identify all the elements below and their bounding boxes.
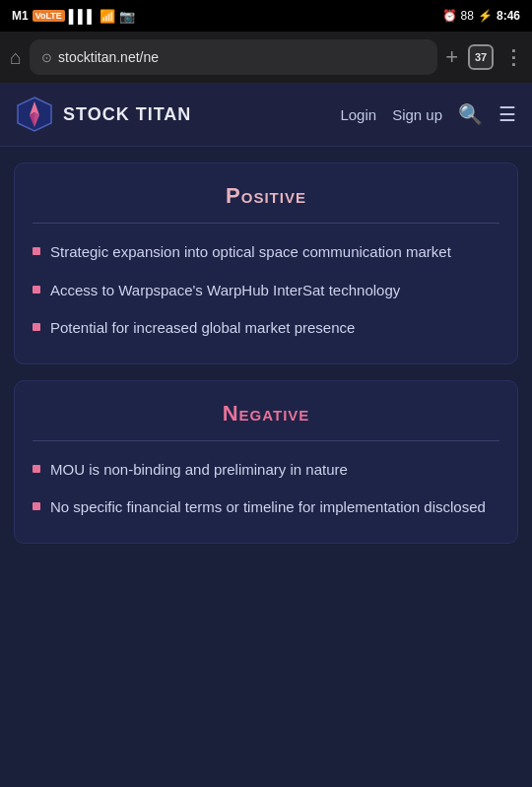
bullet-marker (33, 286, 40, 294)
negative-section: Negative MOU is non-binding and prelimin… (14, 380, 518, 544)
positive-divider (33, 223, 499, 224)
charging-icon: ⚡ (478, 9, 493, 23)
list-item: Potential for increased global market pr… (33, 317, 499, 340)
bullet-text: MOU is non-binding and preliminary in na… (50, 459, 499, 482)
tabs-count-button[interactable]: 37 (468, 44, 494, 70)
more-options-button[interactable]: ⋮ (503, 45, 522, 69)
site-icon: ⊙ (41, 50, 52, 65)
positive-title: Positive (33, 183, 499, 209)
search-icon[interactable]: 🔍 (458, 102, 483, 126)
main-content: Positive Strategic expansion into optica… (0, 163, 532, 544)
bullet-marker (33, 502, 40, 510)
browser-actions: + 37 ⋮ (445, 44, 522, 70)
bullet-text: Strategic expansion into optical space c… (50, 241, 499, 264)
list-item: MOU is non-binding and preliminary in na… (33, 459, 499, 482)
bullet-marker (33, 247, 40, 255)
signup-link[interactable]: Sign up (392, 106, 442, 123)
positive-section: Positive Strategic expansion into optica… (14, 163, 518, 364)
positive-bullet-list: Strategic expansion into optical space c… (33, 241, 499, 340)
site-navigation: STOCK TITAN Login Sign up 🔍 ☰ (0, 83, 532, 147)
url-bar[interactable]: ⊙ stocktitan.net/ne (30, 39, 437, 75)
negative-divider (33, 440, 499, 441)
negative-title: Negative (33, 401, 499, 426)
bullet-marker (33, 465, 40, 473)
instagram-icon: 📷 (119, 9, 135, 24)
logo-text: STOCK TITAN (63, 104, 191, 125)
status-bar: M1 VoLTE ▌▌▌ 📶 📷 ⏰ 88 ⚡ 8:46 (0, 0, 532, 32)
carrier-info: M1 VoLTE ▌▌▌ 📶 📷 (12, 9, 135, 24)
login-link[interactable]: Login (340, 106, 376, 123)
volte-badge: VoLTE (33, 10, 65, 22)
bullet-text: Access to Warpspace's WarpHub InterSat t… (50, 280, 499, 302)
battery-level: 88 (461, 9, 474, 23)
carrier-name: M1 (12, 9, 29, 23)
list-item: Access to Warpspace's WarpHub InterSat t… (33, 280, 499, 302)
logo-icon (16, 96, 53, 133)
bullet-text: No specific financial terms or timeline … (50, 496, 499, 519)
status-right: ⏰ 88 ⚡ 8:46 (442, 9, 520, 23)
list-item: Strategic expansion into optical space c… (33, 241, 499, 264)
url-text: stocktitan.net/ne (58, 49, 426, 65)
bullet-marker (33, 323, 40, 331)
alarm-icon: ⏰ (442, 9, 457, 23)
list-item: No specific financial terms or timeline … (33, 496, 499, 519)
logo-container: STOCK TITAN (16, 96, 191, 133)
signal-icon: ▌▌▌ (69, 9, 97, 24)
new-tab-button[interactable]: + (445, 44, 458, 70)
nav-links: Login Sign up 🔍 ☰ (340, 102, 516, 126)
hamburger-menu-icon[interactable]: ☰ (499, 102, 516, 126)
home-button[interactable]: ⌂ (10, 46, 22, 69)
time-display: 8:46 (497, 9, 520, 23)
browser-bar: ⌂ ⊙ stocktitan.net/ne + 37 ⋮ (0, 32, 532, 83)
bullet-text: Potential for increased global market pr… (50, 317, 499, 340)
negative-bullet-list: MOU is non-binding and preliminary in na… (33, 459, 499, 519)
wifi-icon: 📶 (100, 9, 115, 24)
